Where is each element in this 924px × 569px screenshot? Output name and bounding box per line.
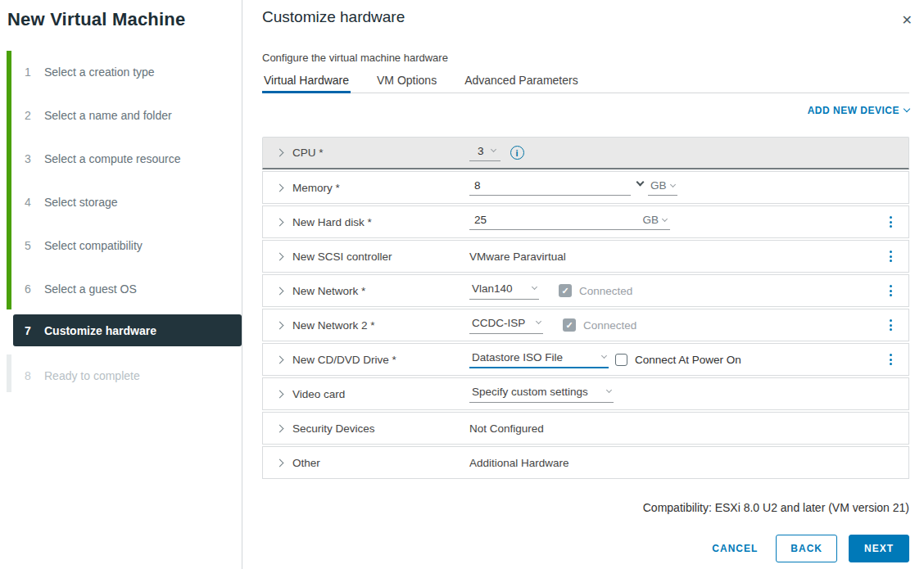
- row-label: Video card: [292, 388, 452, 400]
- hw-row-cpu[interactable]: CPU * 3 i: [262, 137, 909, 169]
- info-icon[interactable]: i: [510, 146, 524, 160]
- kebab-menu-icon[interactable]: [887, 248, 895, 264]
- row-label: New SCSI controller: [292, 251, 452, 263]
- expand-chevron-icon[interactable]: [276, 183, 284, 192]
- virtual-hardware-table: CPU * 3 i Memory * 8 GB: [262, 137, 909, 481]
- connected-label: Connected: [583, 319, 636, 332]
- kebab-menu-icon[interactable]: [887, 351, 895, 368]
- chevron-down-icon[interactable]: [636, 178, 645, 186]
- disk-unit-value: GB: [642, 214, 659, 226]
- step-customize-hardware-active[interactable]: 7 Customize hardware: [13, 314, 242, 346]
- step-number: 3: [25, 152, 36, 165]
- kebab-menu-icon[interactable]: [887, 214, 895, 230]
- panel-subtitle: Configure the virtual machine hardware: [262, 52, 448, 64]
- cd-dvd-source-value: Datastore ISO File: [472, 351, 563, 364]
- expand-chevron-icon[interactable]: [276, 390, 284, 398]
- cd-dvd-source-select[interactable]: Datastore ISO File: [469, 351, 609, 368]
- connect-at-power-on-checkbox[interactable]: [615, 354, 627, 366]
- expand-chevron-icon[interactable]: [276, 252, 284, 260]
- cpu-count-select[interactable]: 3: [469, 145, 500, 161]
- hw-row-new-cd-dvd-drive[interactable]: New CD/DVD Drive * Datastore ISO File Co…: [262, 343, 909, 376]
- expand-chevron-icon[interactable]: [276, 458, 284, 467]
- chevron-down-icon: [536, 318, 541, 324]
- step-number: 5: [25, 239, 36, 252]
- hw-row-video-card[interactable]: Video card Specify custom settings: [262, 377, 909, 410]
- step-select-guest-os[interactable]: 6 Select a guest OS: [0, 267, 242, 310]
- chevron-down-icon: [669, 181, 675, 187]
- disk-unit-select[interactable]: GB: [642, 214, 667, 226]
- connected-checkbox-disabled: ✓: [563, 318, 576, 332]
- hw-row-security-devices[interactable]: Security Devices Not Configured: [262, 412, 909, 445]
- expand-chevron-icon[interactable]: [276, 424, 284, 432]
- step-number: 1: [25, 65, 36, 79]
- disk-size-input[interactable]: 25 GB: [469, 214, 670, 230]
- step-label: Select a name and folder: [44, 109, 172, 122]
- row-label: New Hard disk *: [292, 216, 452, 228]
- expand-chevron-icon[interactable]: [276, 218, 284, 226]
- tab-vm-options[interactable]: VM Options: [375, 72, 438, 93]
- close-icon[interactable]: ✕: [902, 12, 913, 28]
- row-label: CPU *: [292, 147, 452, 159]
- hw-row-new-network-2[interactable]: New Network 2 * CCDC-ISP ✓ Connected: [262, 309, 909, 341]
- row-label: Security Devices: [292, 422, 452, 435]
- chevron-down-icon: [532, 284, 537, 290]
- connected-checkbox-disabled: ✓: [559, 284, 572, 297]
- video-card-value: Specify custom settings: [472, 386, 588, 398]
- connect-at-power-on-label: Connect At Power On: [635, 354, 741, 366]
- kebab-menu-icon[interactable]: [887, 317, 895, 333]
- step-select-compatibility[interactable]: 5 Select compatibility: [0, 224, 242, 267]
- scsi-controller-value: VMware Paravirtual: [469, 251, 566, 263]
- panel-title: Customize hardware: [262, 8, 405, 26]
- step-select-storage[interactable]: 4 Select storage: [0, 180, 242, 224]
- step-select-compute-resource[interactable]: 3 Select a compute resource: [0, 137, 242, 180]
- network-2-select[interactable]: CCDC-ISP: [469, 317, 543, 334]
- hw-row-other[interactable]: Other Additional Hardware: [262, 446, 909, 479]
- chevron-down-icon: [662, 215, 668, 221]
- expand-chevron-icon[interactable]: [276, 287, 284, 295]
- step-number: 2: [25, 109, 36, 122]
- row-label: Other: [292, 457, 452, 469]
- expand-chevron-icon[interactable]: [276, 355, 284, 364]
- hw-row-new-network[interactable]: New Network * Vlan140 ✓ Connected: [262, 274, 909, 307]
- step-label: Select a creation type: [44, 65, 155, 79]
- customize-hardware-panel: Customize hardware ✕ Configure the virtu…: [243, 0, 924, 569]
- expand-chevron-icon[interactable]: [276, 149, 284, 157]
- disk-size-value: 25: [474, 214, 487, 226]
- hw-row-new-scsi-controller[interactable]: New SCSI controller VMware Paravirtual: [262, 240, 909, 273]
- step-label: Customize hardware: [44, 324, 156, 337]
- hw-row-new-hard-disk[interactable]: New Hard disk * 25 GB: [262, 205, 909, 238]
- step-ready-to-complete: 8 Ready to complete: [0, 354, 242, 397]
- hardware-tabs: Virtual Hardware VM Options Advanced Par…: [262, 72, 909, 93]
- back-button[interactable]: BACK: [776, 535, 837, 562]
- video-card-select[interactable]: Specify custom settings: [469, 386, 614, 403]
- add-new-device-button[interactable]: ADD NEW DEVICE: [808, 105, 909, 116]
- connected-label: Connected: [579, 285, 632, 297]
- expand-chevron-icon[interactable]: [276, 321, 284, 329]
- step-select-creation-type[interactable]: 1 Select a creation type: [0, 50, 242, 93]
- hw-row-memory[interactable]: Memory * 8 GB: [262, 171, 909, 204]
- step-select-name-folder[interactable]: 2 Select a name and folder: [0, 93, 242, 137]
- chevron-down-icon: [904, 106, 910, 112]
- other-value: Additional Hardware: [469, 457, 569, 469]
- kebab-menu-icon[interactable]: [887, 282, 895, 299]
- step-number: 8: [25, 369, 36, 382]
- network-2-value: CCDC-ISP: [472, 317, 525, 329]
- cancel-button[interactable]: CANCEL: [705, 535, 764, 562]
- add-new-device-label: ADD NEW DEVICE: [808, 105, 899, 116]
- tab-advanced-parameters[interactable]: Advanced Parameters: [463, 72, 580, 93]
- step-label: Select storage: [44, 196, 118, 209]
- step-number: 4: [25, 196, 36, 209]
- step-label: Select compatibility: [44, 239, 143, 252]
- memory-unit-select[interactable]: GB: [648, 179, 677, 196]
- row-label: New Network 2 *: [292, 319, 452, 332]
- chevron-down-icon: [490, 147, 496, 152]
- step-label: Select a guest OS: [44, 282, 137, 296]
- next-button[interactable]: NEXT: [849, 535, 909, 562]
- network-value: Vlan140: [472, 282, 513, 295]
- chevron-down-icon: [601, 353, 607, 359]
- tab-virtual-hardware[interactable]: Virtual Hardware: [262, 72, 351, 93]
- network-select[interactable]: Vlan140: [469, 282, 539, 300]
- checkmark-icon: ✓: [565, 320, 573, 331]
- row-label: New CD/DVD Drive *: [292, 354, 452, 366]
- memory-size-input[interactable]: 8: [469, 179, 631, 196]
